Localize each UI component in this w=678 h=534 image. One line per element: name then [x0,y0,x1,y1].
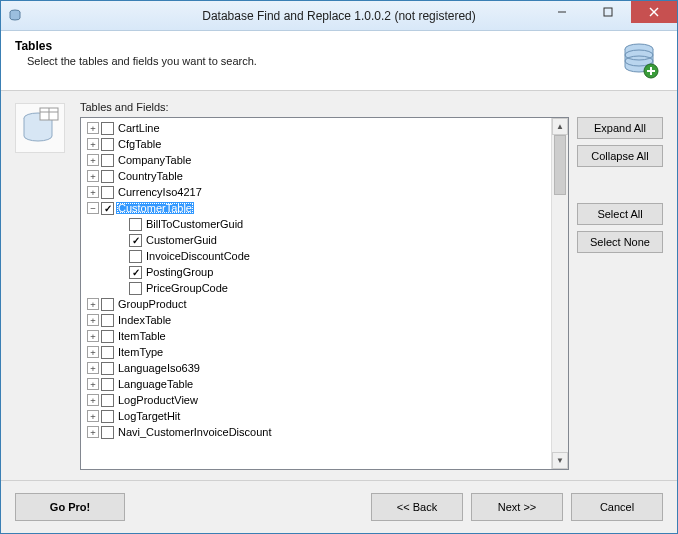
collapse-icon[interactable]: − [87,202,99,214]
tree-node-label[interactable]: ItemType [116,346,165,358]
checkbox[interactable] [101,394,114,407]
checkbox[interactable] [101,170,114,183]
minimize-button[interactable] [539,1,585,23]
tree-node[interactable]: +CountryTable [83,168,551,184]
tree-node[interactable]: InvoiceDiscountCode [83,248,551,264]
maximize-button[interactable] [585,1,631,23]
tree-node-label[interactable]: CurrencyIso4217 [116,186,204,198]
tree-node[interactable]: +LanguageIso639 [83,360,551,376]
tree-node-label[interactable]: ItemTable [116,330,168,342]
checkbox[interactable] [101,202,114,215]
go-pro-button[interactable]: Go Pro! [15,493,125,521]
scrollbar[interactable]: ▲ ▼ [551,118,568,469]
tree-node[interactable]: +LanguageTable [83,376,551,392]
tree-node[interactable]: −CustomerTable [83,200,551,216]
tree-node-label[interactable]: CountryTable [116,170,185,182]
tables-tree[interactable]: +CartLine+CfgTable+CompanyTable+CountryT… [80,117,569,470]
tree-node[interactable]: +CfgTable [83,136,551,152]
scroll-track[interactable] [552,135,568,452]
tree-node[interactable]: +ItemType [83,344,551,360]
expand-icon[interactable]: + [87,394,99,406]
cancel-button[interactable]: Cancel [571,493,663,521]
close-button[interactable] [631,1,677,23]
expand-icon[interactable]: + [87,330,99,342]
tree-node[interactable]: +CompanyTable [83,152,551,168]
expand-all-button[interactable]: Expand All [577,117,663,139]
tree-node-label[interactable]: GroupProduct [116,298,188,310]
tree-node-label[interactable]: IndexTable [116,314,173,326]
select-all-button[interactable]: Select All [577,203,663,225]
window: Database Find and Replace 1.0.0.2 (not r… [0,0,678,534]
checkbox[interactable] [101,298,114,311]
next-button[interactable]: Next >> [471,493,563,521]
expand-icon[interactable]: + [87,122,99,134]
scroll-up-button[interactable]: ▲ [552,118,568,135]
expand-icon[interactable]: + [87,426,99,438]
tree-node-label[interactable]: Navi_CustomerInvoiceDiscount [116,426,273,438]
checkbox[interactable] [101,362,114,375]
checkbox[interactable] [101,378,114,391]
tree-node[interactable]: CustomerGuid [83,232,551,248]
expand-icon[interactable]: + [87,170,99,182]
tree-node[interactable]: PostingGroup [83,264,551,280]
tables-icon [15,103,65,153]
tree-node-label[interactable]: LanguageTable [116,378,195,390]
checkbox[interactable] [129,266,142,279]
checkbox[interactable] [101,410,114,423]
tree-node-label[interactable]: CompanyTable [116,154,193,166]
expand-icon[interactable]: + [87,138,99,150]
checkbox[interactable] [101,186,114,199]
tree-node[interactable]: +ItemTable [83,328,551,344]
checkbox[interactable] [101,330,114,343]
scroll-down-button[interactable]: ▼ [552,452,568,469]
checkbox[interactable] [129,234,142,247]
checkbox[interactable] [129,218,142,231]
checkbox[interactable] [101,426,114,439]
content-area: Tables Select the tables and fields you … [1,31,677,533]
tree-node-label[interactable]: CfgTable [116,138,163,150]
checkbox[interactable] [129,250,142,263]
tree-node[interactable]: +LogProductView [83,392,551,408]
tree-node[interactable]: +CartLine [83,120,551,136]
expand-icon[interactable]: + [87,154,99,166]
tree-node[interactable]: +IndexTable [83,312,551,328]
tree-node[interactable]: +CurrencyIso4217 [83,184,551,200]
tree-node-label[interactable]: PostingGroup [144,266,215,278]
tree-node[interactable]: +Navi_CustomerInvoiceDiscount [83,424,551,440]
database-icon [621,41,661,81]
checkbox[interactable] [101,138,114,151]
wizard-footer: Go Pro! << Back Next >> Cancel [1,480,677,533]
checkbox[interactable] [101,122,114,135]
expand-icon[interactable]: + [87,378,99,390]
expand-icon[interactable]: + [87,298,99,310]
select-none-button[interactable]: Select None [577,231,663,253]
tree-actions: Expand All Collapse All Select All Selec… [577,117,663,470]
tree-node[interactable]: +GroupProduct [83,296,551,312]
tree-node-label[interactable]: CustomerGuid [144,234,219,246]
expand-icon[interactable]: + [87,346,99,358]
tree-node-label[interactable]: CartLine [116,122,162,134]
tree-node[interactable]: BillToCustomerGuid [83,216,551,232]
expand-icon[interactable]: + [87,362,99,374]
tree-node[interactable]: PriceGroupCode [83,280,551,296]
collapse-all-button[interactable]: Collapse All [577,145,663,167]
tree-node-label[interactable]: LanguageIso639 [116,362,202,374]
tree-node[interactable]: +LogTargetHit [83,408,551,424]
page-title: Tables [15,39,663,53]
tree-node-label[interactable]: CustomerTable [116,202,194,214]
back-button[interactable]: << Back [371,493,463,521]
checkbox[interactable] [101,314,114,327]
scroll-thumb[interactable] [554,135,566,195]
tree-node-label[interactable]: BillToCustomerGuid [144,218,245,230]
titlebar[interactable]: Database Find and Replace 1.0.0.2 (not r… [1,1,677,31]
expand-icon[interactable]: + [87,186,99,198]
checkbox[interactable] [129,282,142,295]
tree-node-label[interactable]: LogProductView [116,394,200,406]
expand-icon[interactable]: + [87,410,99,422]
expand-icon[interactable]: + [87,314,99,326]
tree-node-label[interactable]: InvoiceDiscountCode [144,250,252,262]
checkbox[interactable] [101,154,114,167]
tree-node-label[interactable]: LogTargetHit [116,410,182,422]
checkbox[interactable] [101,346,114,359]
tree-node-label[interactable]: PriceGroupCode [144,282,230,294]
